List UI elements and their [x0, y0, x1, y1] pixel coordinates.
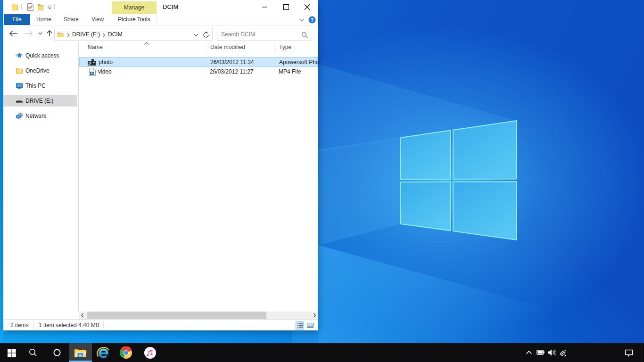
svg-text:?: ? — [311, 17, 314, 23]
